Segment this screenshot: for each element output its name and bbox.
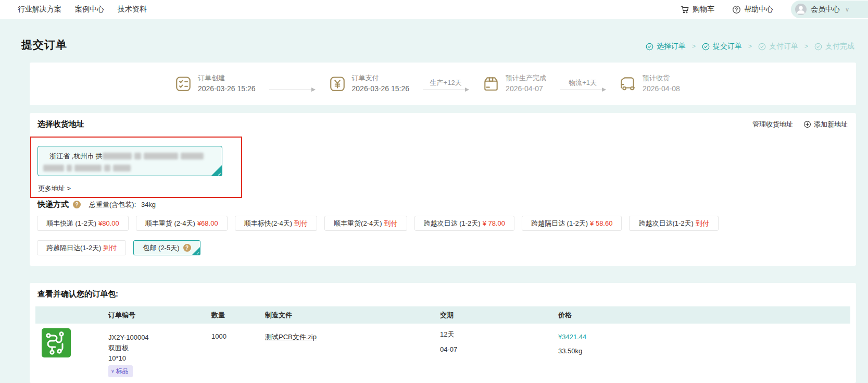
top-navigation-bar: 行业解决方案 案例中心 技术资料 购物车 帮助中心 <box>0 0 868 19</box>
order-number: JX2Y-100004 <box>108 332 211 343</box>
cart-icon <box>680 5 689 14</box>
help-center-button[interactable]: 帮助中心 <box>732 5 773 14</box>
order-create-icon <box>174 75 192 93</box>
nav-item-case-center[interactable]: 案例中心 <box>75 5 104 14</box>
order-package-card: 查看并确认您的订单包: 订单编号 数量 制造文件 交期 价格 <box>30 283 856 383</box>
member-center-menu[interactable]: 会员中心 ∨ <box>791 1 868 18</box>
selected-check-icon <box>211 165 222 176</box>
shipping-option-ky-secondday[interactable]: 跨越隔日达 (1-2天)¥ 58.60 <box>522 216 622 231</box>
more-addresses-link[interactable]: 更多地址 > <box>38 184 71 193</box>
order-table-row: JX2Y-100004 双面板 10*10 ∨ 标品 1000 测试PCB文件.… <box>35 324 850 377</box>
file-cell: 测试PCB文件.zip <box>265 324 440 342</box>
address-shipping-card: 选择收货地址 管理收货地址 添加新地址 浙江省 ,杭州市 拱 更多地址 > 快递… <box>30 113 856 266</box>
step-submit-order[interactable]: 提交订单 <box>702 42 742 51</box>
order-section-title: 查看并确认您的订单包: <box>30 283 856 299</box>
truck-icon <box>619 75 637 93</box>
price-cell: ¥3421.44 33.50kg <box>558 324 714 358</box>
step-pay-complete: 支付完成 <box>814 42 854 51</box>
timeline-node-production-done: 预计生产完成 2026-04-07 <box>482 73 546 94</box>
step-separator: > <box>692 43 696 50</box>
nav-item-tech-docs[interactable]: 技术资料 <box>118 5 147 14</box>
step-select-order[interactable]: 选择订单 <box>646 42 686 51</box>
col-header-order-no: 订单编号 <box>35 311 211 320</box>
step-separator: > <box>748 43 752 50</box>
timeline-node-order-created: 订单创建 2026-03-26 15:26 <box>174 73 256 94</box>
timeline-value: 2026-04-07 <box>506 83 546 94</box>
shipping-option-ky-nextday-cod[interactable]: 跨越次日达(1-2天)到付 <box>629 216 718 231</box>
add-address-link[interactable]: 添加新地址 <box>803 120 848 129</box>
shipping-section-title: 快递方式 <box>37 200 69 209</box>
step-separator: > <box>804 43 808 50</box>
timeline-label: 订单创建 <box>198 73 256 83</box>
delivery-date: 04-07 <box>440 342 558 357</box>
timeline-label: 预计生产完成 <box>506 73 546 83</box>
timeline-arrow <box>269 78 315 90</box>
shipping-option-sf-express[interactable]: 顺丰快递 (1-2天)¥80.00 <box>37 216 129 231</box>
avatar <box>795 4 807 15</box>
cart-button[interactable]: 购物车 <box>680 5 714 14</box>
redacted-text <box>134 153 141 159</box>
page-title: 提交订单 <box>21 38 67 52</box>
address-line-2 <box>43 164 216 172</box>
shipping-option-sf-heavy-cod[interactable]: 顺丰重货(2-4天)到付 <box>324 216 407 231</box>
timeline-node-order-paid: 订单支付 2026-03-26 15:26 <box>329 73 410 94</box>
address-line-1: 浙江省 ,杭州市 拱 <box>49 152 216 161</box>
col-header-delivery: 交期 <box>440 311 558 320</box>
timeline-node-delivery: 预计收货 2026-04-08 <box>619 73 680 94</box>
checkout-steps: 选择订单 > 提交订单 > 支付订单 > 支付完成 <box>646 42 854 51</box>
shipping-options-row-2: 跨越隔日达(1-2天)到付 包邮 (2-5天) ? <box>37 240 200 255</box>
col-header-quantity: 数量 <box>211 311 265 320</box>
total-weight: 总重量(含包装): 34kg <box>89 200 156 209</box>
board-size: 10*10 <box>108 353 211 364</box>
timeline-label: 订单支付 <box>352 73 410 83</box>
order-weight: 33.50kg <box>558 344 714 358</box>
check-circle-icon <box>646 43 653 51</box>
delivery-cell: 12天 04-07 <box>440 324 558 357</box>
timeline-value: 2026-03-26 15:26 <box>352 83 410 94</box>
check-circle-icon <box>814 43 822 51</box>
shipping-option-sf-heavy[interactable]: 顺丰重货 (2-4天)¥68.00 <box>136 216 228 231</box>
shipping-option-ky-nextday[interactable]: 跨越次日达 (1-2天)¥ 78.00 <box>414 216 514 231</box>
selected-check-icon <box>192 246 200 255</box>
check-circle-icon <box>702 43 710 51</box>
redacted-text <box>181 153 204 159</box>
board-type: 双面板 <box>108 343 211 353</box>
selected-address-card[interactable]: 浙江省 ,杭州市 拱 <box>37 146 222 176</box>
timeline-value: 2026-04-08 <box>643 83 680 94</box>
pcb-thumbnail-icon <box>42 328 71 357</box>
nav-item-industry-solutions[interactable]: 行业解决方案 <box>18 5 61 14</box>
timeline-arrow-production: 生产+12天 <box>423 78 469 90</box>
check-circle-icon <box>758 43 766 51</box>
manufacture-file-link[interactable]: 测试PCB文件.zip <box>265 333 317 341</box>
order-timeline-card: 订单创建 2026-03-26 15:26 订单支付 2026-03-26 15… <box>30 63 856 105</box>
chevron-down-icon: ∨ <box>845 6 849 13</box>
shipping-option-ky-secondday-cod[interactable]: 跨越隔日达(1-2天)到付 <box>37 240 126 255</box>
redacted-text <box>103 153 132 159</box>
col-header-file: 制造文件 <box>265 311 440 320</box>
yuan-pay-icon <box>329 75 346 93</box>
main-nav: 行业解决方案 案例中心 技术资料 <box>18 5 147 14</box>
address-section-title: 选择收货地址 <box>37 119 84 129</box>
order-price: ¥3421.44 <box>558 330 714 344</box>
shipping-help-icon[interactable]: ? <box>73 201 81 208</box>
free-shipping-help-icon[interactable]: ? <box>183 244 191 252</box>
redacted-text <box>144 153 178 159</box>
manage-address-link[interactable]: 管理收货地址 <box>752 120 793 129</box>
quantity-cell: 1000 <box>211 324 265 340</box>
delivery-days: 12天 <box>440 327 558 342</box>
question-circle-icon <box>732 5 741 14</box>
col-header-price: 价格 <box>558 311 714 320</box>
plus-circle-icon <box>803 120 811 128</box>
step-pay-order: 支付订单 <box>758 42 798 51</box>
timeline-value: 2026-03-26 15:26 <box>198 83 256 94</box>
standard-product-badge[interactable]: ∨ 标品 <box>108 365 133 377</box>
shipping-options-row-1: 顺丰快递 (1-2天)¥80.00 顺丰重货 (2-4天)¥68.00 顺丰标快… <box>37 216 719 231</box>
shipping-option-sf-standard-cod[interactable]: 顺丰标快(2-4天)到付 <box>235 216 317 231</box>
shipping-option-free-shipping[interactable]: 包邮 (2-5天) ? <box>133 240 200 255</box>
timeline-arrow-logistics: 物流+1天 <box>560 78 606 90</box>
chevron-down-icon: ∨ <box>111 366 115 376</box>
order-table-header: 订单编号 数量 制造文件 交期 价格 <box>35 306 850 324</box>
timeline-label: 预计收货 <box>643 73 680 83</box>
package-icon <box>482 75 500 93</box>
